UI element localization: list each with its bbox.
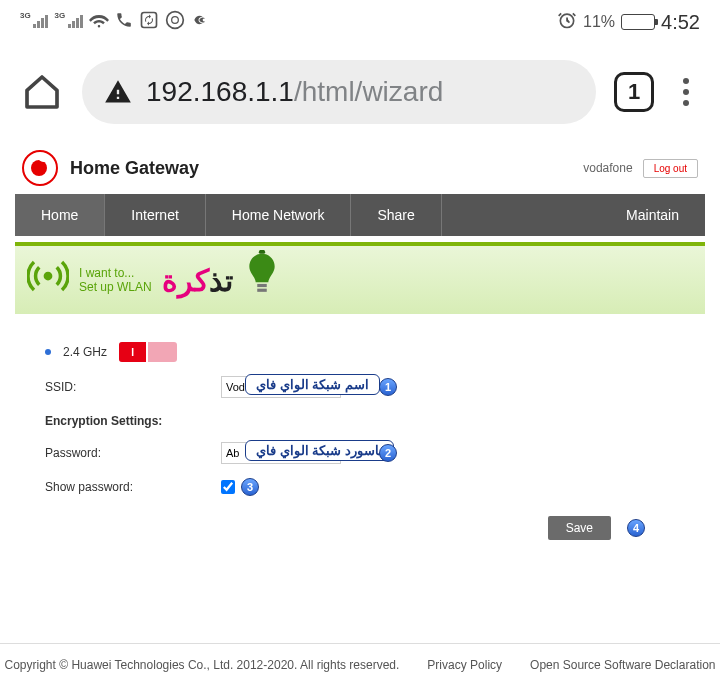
signal-1: 3G xyxy=(20,15,48,30)
tab-switcher[interactable]: 1 xyxy=(614,72,654,112)
user-area: vodafone Log out xyxy=(583,159,698,178)
tab-home[interactable]: Home xyxy=(15,194,105,236)
tab-maintain[interactable]: Maintain xyxy=(600,194,705,236)
browser-toolbar: 192.168.1.1/html/wizard 1 xyxy=(0,44,720,140)
wizard-caption: I want to... Set up WLAN xyxy=(79,266,152,294)
vodafone-logo xyxy=(22,150,58,186)
bulb-icon xyxy=(243,250,281,310)
username: vodafone xyxy=(583,161,632,175)
nav-spacer xyxy=(442,194,600,236)
status-left: 3G 3G xyxy=(20,10,211,35)
svg-point-1 xyxy=(167,11,184,28)
password-input-wrap: باسورد شبكة الواي فاي 2 xyxy=(221,442,341,464)
privacy-link[interactable]: Privacy Policy xyxy=(427,658,502,672)
show-password-checkbox[interactable] xyxy=(221,480,235,494)
password-row: Password: باسورد شبكة الواي فاي 2 xyxy=(45,442,675,464)
brand: Home Gateway xyxy=(22,150,199,186)
wlan-toggle[interactable]: I xyxy=(119,342,177,362)
encryption-heading: Encryption Settings: xyxy=(45,414,675,428)
battery-percent: 11% xyxy=(583,13,615,31)
ssid-input-wrap: اسم شبكة الواي فاي 1 xyxy=(221,376,341,398)
save-button[interactable]: Save xyxy=(548,516,611,540)
annotation-ssid: اسم شبكة الواي فاي xyxy=(245,374,380,395)
home-icon[interactable] xyxy=(20,70,64,114)
svg-point-4 xyxy=(44,272,53,281)
bullet-icon xyxy=(45,349,51,355)
overflow-menu-icon[interactable] xyxy=(672,78,700,106)
phone-icon xyxy=(115,11,133,34)
clock: 4:52 xyxy=(661,11,700,34)
show-password-label: Show password: xyxy=(45,480,221,494)
password-label: Password: xyxy=(45,446,221,460)
wifi-icon xyxy=(89,10,109,35)
copyright: Copyright © Huawei Technologies Co., Ltd… xyxy=(5,658,400,672)
battery-icon xyxy=(621,14,655,30)
tab-home-network[interactable]: Home Network xyxy=(206,194,352,236)
sync-icon xyxy=(139,10,159,35)
annotation-password: باسورد شبكة الواي فاي xyxy=(245,440,394,461)
step-badge-4: 4 xyxy=(627,519,645,537)
show-password-wrap: 3 xyxy=(221,478,259,496)
oss-link[interactable]: Open Source Software Declaration xyxy=(530,658,715,672)
ssid-label: SSID: xyxy=(45,380,221,394)
signal-2: 3G xyxy=(54,15,82,30)
tab-internet[interactable]: Internet xyxy=(105,194,205,236)
main-nav: Home Internet Home Network Share Maintai… xyxy=(15,194,705,236)
tab-share[interactable]: Share xyxy=(351,194,441,236)
antenna-icon xyxy=(27,255,69,305)
insecure-icon xyxy=(104,78,132,106)
show-password-row: Show password: 3 xyxy=(45,478,675,496)
swirl-icon xyxy=(191,10,211,35)
svg-rect-5 xyxy=(257,284,267,287)
page-title: Home Gateway xyxy=(70,158,199,179)
wlan-form: 2.4 GHz I SSID: اسم شبكة الواي فاي 1 Enc… xyxy=(15,324,705,558)
android-status-bar: 3G 3G 11% 4:52 xyxy=(0,0,720,44)
freq-label: 2.4 GHz xyxy=(63,345,107,359)
router-header: Home Gateway vodafone Log out xyxy=(0,140,720,194)
freq-row: 2.4 GHz I xyxy=(45,342,675,362)
logout-button[interactable]: Log out xyxy=(643,159,698,178)
step-badge-3: 3 xyxy=(241,478,259,496)
url-text: 192.168.1.1/html/wizard xyxy=(146,76,443,108)
status-right: 11% 4:52 xyxy=(557,10,700,35)
wizard-banner: I want to... Set up WLAN تذكرة xyxy=(15,242,705,314)
chrome-icon xyxy=(165,10,185,35)
router-page: Home Gateway vodafone Log out Home Inter… xyxy=(0,140,720,558)
svg-point-2 xyxy=(172,16,179,23)
save-row: Save 4 xyxy=(45,516,675,540)
step-badge-2: 2 xyxy=(379,444,397,462)
footer: Copyright © Huawei Technologies Co., Ltd… xyxy=(0,643,720,686)
omnibox[interactable]: 192.168.1.1/html/wizard xyxy=(82,60,596,124)
step-badge-1: 1 xyxy=(379,378,397,396)
svg-rect-6 xyxy=(257,289,267,292)
ssid-row: SSID: اسم شبكة الواي فاي 1 xyxy=(45,376,675,398)
overlay-watermark: تذكرة xyxy=(162,263,233,298)
alarm-icon xyxy=(557,10,577,35)
